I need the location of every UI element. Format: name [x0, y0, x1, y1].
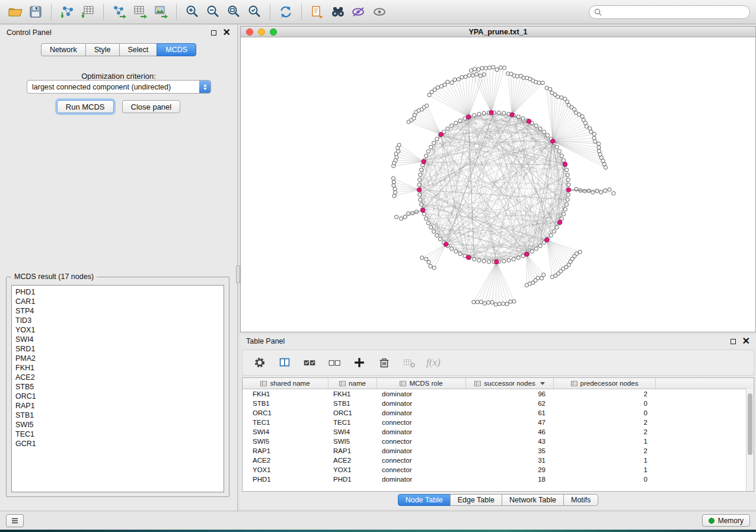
network-node[interactable] — [562, 212, 565, 216]
network-leaf-node[interactable] — [391, 177, 395, 180]
import-table-icon[interactable] — [79, 3, 97, 21]
network-leaf-node[interactable] — [477, 68, 480, 71]
network-leaf-node[interactable] — [560, 96, 563, 100]
network-leaf-node[interactable] — [537, 81, 541, 85]
network-leaf-node[interactable] — [436, 86, 439, 89]
scrollbar-thumb[interactable] — [748, 393, 752, 455]
network-leaf-node[interactable] — [480, 66, 484, 70]
network-node[interactable] — [512, 257, 515, 261]
table-row[interactable]: RAP1RAP1dominator352 — [243, 446, 754, 456]
tab-edge-table[interactable]: Edge Table — [450, 494, 502, 506]
close-window-icon[interactable] — [246, 28, 253, 36]
zoom-selected-icon[interactable] — [245, 3, 263, 21]
network-node[interactable] — [438, 237, 442, 241]
memory-button[interactable]: Memory — [702, 514, 750, 527]
mcds-result-item[interactable]: SWI5 — [12, 420, 224, 430]
network-leaf-node[interactable] — [505, 302, 509, 306]
select-all-icon[interactable] — [302, 355, 317, 370]
table-row[interactable]: SWI4SWI4dominator462 — [243, 427, 754, 437]
settings-gear-icon[interactable] — [252, 355, 267, 370]
network-leaf-node[interactable] — [499, 66, 502, 69]
network-node[interactable] — [534, 124, 538, 127]
mcds-result-item[interactable]: SRD1 — [12, 344, 224, 354]
network-node[interactable] — [458, 252, 462, 255]
delete-row-icon[interactable] — [377, 355, 392, 370]
network-leaf-node[interactable] — [556, 95, 559, 98]
network-node[interactable] — [454, 121, 458, 124]
network-node[interactable] — [418, 178, 422, 181]
network-node[interactable] — [419, 173, 422, 177]
network-leaf-node[interactable] — [395, 155, 398, 159]
network-leaf-node[interactable] — [594, 140, 597, 143]
network-leaf-node[interactable] — [604, 188, 607, 192]
network-node[interactable] — [482, 111, 486, 115]
network-node[interactable] — [555, 226, 559, 229]
duplicate-style-icon[interactable] — [308, 3, 326, 21]
network-leaf-node[interactable] — [597, 146, 601, 149]
network-node[interactable] — [555, 145, 559, 149]
network-leaf-node[interactable] — [464, 75, 467, 78]
network-graph[interactable] — [241, 37, 755, 331]
show-all-icon[interactable] — [371, 3, 388, 21]
zoom-out-icon[interactable] — [204, 3, 222, 21]
open-file-icon[interactable] — [6, 3, 24, 21]
first-neighbors-icon[interactable] — [329, 3, 347, 21]
network-node[interactable] — [497, 111, 500, 114]
network-leaf-node[interactable] — [583, 121, 587, 124]
column-menu-icon[interactable] — [540, 382, 545, 385]
table-row[interactable]: ACE2ACE2connector311 — [243, 456, 754, 465]
network-leaf-node[interactable] — [550, 275, 554, 278]
network-leaf-node[interactable] — [420, 256, 424, 259]
column-header-name[interactable]: name — [328, 378, 377, 389]
network-leaf-node[interactable] — [596, 142, 600, 146]
network-leaf-node[interactable] — [487, 301, 490, 305]
refresh-view-icon[interactable] — [277, 3, 295, 21]
column-header-predecessor-nodes[interactable]: predecessor nodes — [554, 378, 656, 389]
network-leaf-node[interactable] — [453, 78, 457, 81]
network-leaf-node[interactable] — [450, 81, 454, 84]
network-hub-node[interactable] — [489, 110, 493, 114]
network-leaf-node[interactable] — [400, 217, 403, 220]
network-leaf-node[interactable] — [612, 191, 615, 195]
mcds-result-item[interactable]: TID3 — [12, 316, 224, 325]
network-node[interactable] — [446, 127, 449, 130]
network-hub-node[interactable] — [551, 139, 555, 143]
automation-menu-button[interactable] — [6, 514, 24, 527]
tab-select[interactable]: Select — [119, 43, 158, 56]
network-leaf-node[interactable] — [541, 81, 544, 85]
network-leaf-node[interactable] — [585, 124, 588, 128]
network-node[interactable] — [557, 149, 561, 153]
table-row[interactable]: STB1STB1dominator620 — [243, 399, 754, 408]
table-row[interactable]: PHD1PHD1dominator180 — [243, 475, 754, 484]
export-image-icon[interactable] — [152, 3, 170, 21]
network-leaf-node[interactable] — [487, 66, 491, 69]
network-canvas[interactable] — [240, 37, 756, 332]
network-node[interactable] — [419, 168, 423, 172]
mcds-result-item[interactable]: YOX1 — [12, 325, 224, 335]
float-table-panel-icon[interactable] — [731, 339, 736, 344]
network-leaf-node[interactable] — [479, 300, 483, 304]
network-node[interactable] — [502, 259, 506, 263]
mcds-result-item[interactable]: PHD1 — [12, 287, 224, 297]
network-leaf-node[interactable] — [542, 273, 546, 277]
network-node[interactable] — [426, 221, 430, 225]
network-hub-node[interactable] — [422, 159, 426, 164]
network-node[interactable] — [435, 137, 439, 141]
export-network-icon[interactable] — [110, 3, 128, 21]
maximize-window-icon[interactable] — [270, 28, 277, 36]
network-node[interactable] — [552, 230, 556, 233]
network-hub-node[interactable] — [566, 188, 570, 192]
network-leaf-node[interactable] — [457, 78, 460, 81]
network-node[interactable] — [534, 247, 538, 251]
run-mcds-button[interactable]: Run MCDS — [57, 100, 114, 113]
mcds-result-item[interactable]: PMA2 — [12, 354, 224, 363]
network-node[interactable] — [516, 115, 520, 118]
network-leaf-node[interactable] — [394, 215, 398, 219]
network-leaf-node[interactable] — [503, 66, 506, 69]
network-node[interactable] — [560, 154, 563, 158]
mcds-result-item[interactable]: STB1 — [12, 411, 224, 420]
network-leaf-node[interactable] — [397, 143, 401, 147]
network-node[interactable] — [429, 226, 433, 229]
network-leaf-node[interactable] — [509, 300, 512, 303]
network-leaf-node[interactable] — [392, 180, 395, 184]
